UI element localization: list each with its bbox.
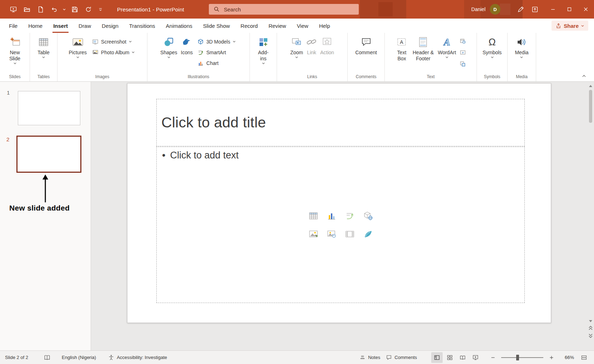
fit-to-window-button[interactable]	[578, 352, 590, 363]
reading-view-button[interactable]	[457, 352, 468, 363]
insert-icons-button[interactable]	[362, 228, 374, 241]
chevron-down-icon	[295, 56, 298, 58]
tab-animations[interactable]: Animations	[161, 19, 198, 33]
tab-insert[interactable]: Insert	[48, 19, 73, 33]
scroll-down-button[interactable]	[588, 318, 594, 324]
customize-qat-button[interactable]	[96, 3, 105, 15]
normal-view-button[interactable]	[431, 352, 443, 363]
scroll-up-button[interactable]	[588, 83, 594, 89]
pictures-button[interactable]: Pictures	[68, 34, 88, 74]
maximize-button[interactable]	[561, 0, 578, 19]
search-input[interactable]	[224, 6, 354, 12]
zoom-level[interactable]: 66%	[559, 355, 574, 360]
icons-button[interactable]: Icons	[180, 34, 194, 74]
slide-2-thumbnail[interactable]	[16, 136, 81, 173]
accessibility-button[interactable]: Accessibility: Investigate	[106, 351, 169, 364]
object-button[interactable]	[458, 59, 468, 69]
text-box-button[interactable]: A Text Box	[394, 34, 409, 74]
chart-button[interactable]: Chart	[195, 59, 238, 67]
comment-button[interactable]: Comment	[354, 34, 378, 74]
tab-record[interactable]: Record	[235, 19, 263, 33]
smartart-button[interactable]: SmartArt	[195, 48, 238, 57]
tab-review[interactable]: Review	[263, 19, 291, 33]
open-button[interactable]	[21, 3, 33, 15]
symbols-button[interactable]: Ω Symbols	[482, 34, 503, 74]
undo-icon	[51, 6, 57, 13]
next-slide-button[interactable]	[588, 332, 594, 340]
undo-dropdown[interactable]	[61, 3, 67, 15]
slideshow-button[interactable]	[7, 3, 19, 15]
save-icon	[71, 6, 78, 13]
collapse-ribbon-button[interactable]	[579, 72, 589, 80]
insert-video-button[interactable]	[343, 228, 356, 241]
zoom-out-button[interactable]	[489, 352, 497, 363]
insert-table-button[interactable]	[307, 209, 320, 222]
header-footer-icon	[418, 36, 428, 48]
customize-toolbar-icon	[99, 7, 102, 11]
zoom-slider[interactable]	[501, 357, 543, 358]
minus-icon	[491, 355, 495, 360]
slide-sorter-view-button[interactable]	[444, 352, 455, 363]
undo-button[interactable]	[48, 3, 60, 15]
3d-models-button[interactable]: 3D Models	[195, 37, 238, 46]
title-placeholder[interactable]: Click to add title	[156, 99, 525, 146]
double-chevron-down-icon	[589, 334, 593, 338]
slide-1-thumbnail[interactable]	[18, 91, 80, 125]
add-ins-button[interactable]: Add-ins	[255, 34, 272, 74]
insert-picture-button[interactable]	[307, 228, 320, 241]
screenshot-button[interactable]: Screenshot	[90, 37, 137, 46]
tab-slide-show[interactable]: Slide Show	[198, 19, 235, 33]
language-button[interactable]: English (Nigeria)	[60, 351, 98, 364]
search-box[interactable]	[209, 4, 359, 15]
slide-canvas[interactable]: Click to add title • Click to add text	[127, 83, 551, 323]
previous-slide-button[interactable]	[588, 324, 594, 332]
new-file-button[interactable]	[34, 3, 46, 15]
minimize-icon	[550, 7, 555, 12]
wordart-button[interactable]: A WordArt	[437, 34, 457, 74]
insert-3d-model-button[interactable]	[362, 209, 374, 222]
photo-album-button[interactable]: Photo Album	[90, 48, 137, 57]
tab-home[interactable]: Home	[23, 19, 48, 33]
date-time-button[interactable]	[458, 36, 468, 46]
group-label-media: Media	[508, 74, 536, 81]
tab-draw[interactable]: Draw	[73, 19, 96, 33]
group-images: Pictures Screenshot Photo Album	[57, 33, 147, 81]
header-footer-button[interactable]: Header & Footer	[411, 34, 436, 74]
notes-button[interactable]: Notes	[357, 351, 382, 364]
pen-icon	[517, 6, 524, 13]
share-button[interactable]: Share	[552, 21, 588, 31]
media-button[interactable]: Media	[514, 34, 529, 74]
triangle-up-icon	[589, 85, 592, 87]
table-button[interactable]: Table	[36, 34, 50, 74]
tab-transitions[interactable]: Transitions	[124, 19, 161, 33]
ribbon-display-options-button[interactable]	[528, 2, 542, 16]
insert-smartart-button[interactable]	[343, 209, 356, 222]
zoom-in-button[interactable]	[548, 352, 555, 363]
new-slide-button[interactable]: New Slide	[6, 34, 24, 74]
slide-show-view-button[interactable]	[470, 352, 481, 363]
slide-indicator[interactable]: Slide 2 of 2	[4, 351, 30, 364]
save-button[interactable]	[69, 3, 81, 15]
proofing-button[interactable]	[42, 351, 52, 364]
tab-file[interactable]: File	[4, 19, 23, 33]
insert-chart-button[interactable]	[325, 209, 338, 222]
tab-design[interactable]: Design	[96, 19, 124, 33]
content-placeholder[interactable]: • Click to add text	[156, 147, 525, 303]
slide-number-button[interactable]: #	[458, 48, 468, 57]
zoom-button[interactable]: Zoom	[289, 34, 304, 74]
tab-help[interactable]: Help	[314, 19, 336, 33]
redo-button[interactable]	[82, 3, 94, 15]
stock-images-button[interactable]	[325, 228, 338, 241]
zoom-slider-thumb[interactable]	[516, 355, 519, 360]
minimize-button[interactable]	[545, 0, 561, 19]
shapes-button[interactable]: Shapes	[159, 34, 178, 74]
scrollbar-thumb[interactable]	[589, 90, 592, 123]
vertical-scrollbar[interactable]	[587, 82, 594, 350]
avatar[interactable]: D	[490, 4, 500, 15]
close-button[interactable]	[578, 0, 594, 19]
powerpoint-window: Presentation1 - PowerPoint Daniel D	[0, 0, 594, 364]
tab-view[interactable]: View	[291, 19, 313, 33]
screenshot-icon	[92, 39, 99, 45]
ink-pen-button[interactable]	[513, 2, 528, 16]
comments-button[interactable]: Comments	[384, 351, 419, 364]
